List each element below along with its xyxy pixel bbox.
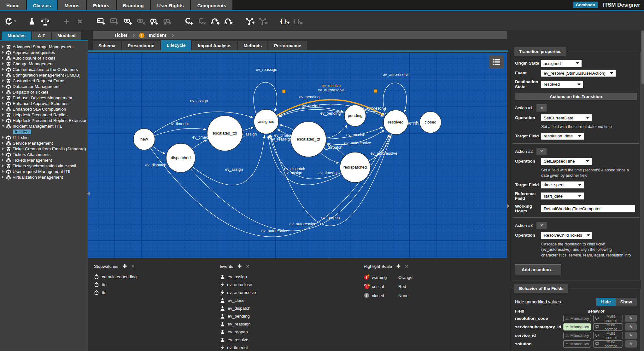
- sidebar-item-end-user-devices-management[interactable]: End-user Devices Management: [2, 95, 88, 101]
- delete-stopwatch-icon[interactable]: ✕: [131, 264, 135, 269]
- sidebar-item-change-management[interactable]: Change Management: [2, 61, 88, 66]
- edit-pencil-button[interactable]: ✎: [625, 315, 637, 322]
- edit-pencil-button[interactable]: ✎: [625, 323, 637, 331]
- add-action-button[interactable]: Add an action...: [515, 264, 561, 275]
- sidebar-item-enhanced-sla-computation[interactable]: Enhanced SLA Computation: [2, 106, 88, 112]
- scrollbar-thumb[interactable]: [641, 31, 644, 84]
- edit-pencil-button[interactable]: ✎: [625, 340, 637, 348]
- collapsed-arrow-icon[interactable]: [2, 164, 4, 167]
- collapse-sidebar-handle[interactable]: [87, 192, 90, 195]
- menu-tab-components[interactable]: Components: [191, 0, 233, 10]
- tab-impact-analysis[interactable]: Impact Analysis: [192, 41, 237, 50]
- delete-highlight-icon[interactable]: ✕: [405, 264, 408, 269]
- sidebar-tab-modules[interactable]: Modules: [2, 32, 31, 40]
- collapsed-arrow-icon[interactable]: [2, 45, 4, 48]
- sidebar-item-itil-skin[interactable]: ITIL skin: [2, 135, 88, 140]
- mandatory-button[interactable]: ⚠Mandatory: [563, 332, 591, 339]
- edit-pencil-button[interactable]: ✎: [625, 332, 637, 339]
- add-stopwatch-icon[interactable]: ✚: [123, 263, 127, 269]
- collapsed-arrow-icon[interactable]: [2, 57, 4, 59]
- must-prompt-button[interactable]: Must prompt: [593, 332, 623, 339]
- collapsed-arrow-icon[interactable]: [2, 170, 4, 173]
- show-button[interactable]: Show: [616, 298, 637, 306]
- stopwatch-item-cumulatedpending[interactable]: cumulatedpending: [94, 273, 220, 281]
- collapsed-arrow-icon[interactable]: [2, 159, 4, 161]
- event-item-ev_timeout[interactable]: ev_timeout: [220, 344, 364, 351]
- menu-tab-branding[interactable]: Branding: [117, 0, 150, 10]
- tab-performance[interactable]: Performance: [268, 41, 307, 50]
- expanded-arrow-icon[interactable]: [2, 125, 4, 127]
- sidebar-item-tickets-management[interactable]: Tickets Management: [2, 157, 88, 163]
- sidebar-item-user-request-management-itil[interactable]: User request Management ITIL: [2, 169, 88, 174]
- collapsed-arrow-icon[interactable]: [2, 68, 4, 71]
- target-field-select[interactable]: resolution_date: [541, 133, 584, 140]
- collapsed-arrow-icon[interactable]: [2, 79, 4, 82]
- test-flask-icon[interactable]: [25, 14, 38, 29]
- collapsed-arrow-icon[interactable]: [2, 91, 4, 93]
- sidebar-item-helpdesk-precanned-replies-extension[interactable]: Helpdesk Precanned Replies Extension: [2, 118, 88, 123]
- sidebar-tab-a-z[interactable]: A-Z: [32, 32, 51, 40]
- collapsed-arrow-icon[interactable]: [2, 119, 4, 122]
- must-prompt-button[interactable]: Must prompt: [593, 340, 623, 348]
- sidebar-item-approval-prerequisites[interactable]: Approval prerequisites: [2, 49, 88, 55]
- list-view-button[interactable]: [489, 55, 504, 69]
- sidebar-item-customized-request-forms[interactable]: Customized Request Forms: [2, 78, 88, 83]
- add-linkset-icon[interactable]: [148, 14, 161, 29]
- add-event-icon[interactable]: ✚: [237, 263, 242, 269]
- event-item-ev_autoclose[interactable]: ev_autoclose: [220, 281, 364, 289]
- collapsed-arrow-icon[interactable]: [2, 147, 4, 150]
- collapsed-arrow-icon[interactable]: [2, 142, 4, 144]
- event-item-ev_close[interactable]: ev_close: [220, 296, 364, 304]
- sidebar-item-advanced-storage-management[interactable]: Advanced Storage Management: [2, 44, 88, 49]
- stopwatch-item-ttr[interactable]: ttr: [94, 289, 220, 296]
- add-lifecycle-icon[interactable]: [209, 14, 222, 29]
- collapsed-arrow-icon[interactable]: [2, 113, 4, 116]
- collapsed-arrow-icon[interactable]: [2, 74, 4, 76]
- must-prompt-button[interactable]: Must prompt: [593, 323, 623, 331]
- event-select[interactable]: ev_resolve (StimulusUserAction): [541, 70, 616, 77]
- event-item-ev_assign[interactable]: ev_assign: [220, 273, 364, 281]
- add-link-icon[interactable]: [121, 14, 134, 29]
- highlight-row-closed[interactable]: !closedNone: [364, 291, 499, 300]
- event-item-ev_reopen[interactable]: ev_reopen: [220, 328, 364, 336]
- add-stimulus-icon[interactable]: [182, 14, 196, 29]
- sidebar-item-helpdesk-precanned-replies[interactable]: Helpdesk Precanned Replies: [2, 112, 88, 118]
- target-field-select[interactable]: time_spent: [541, 181, 584, 188]
- compare-scales-icon[interactable]: [38, 14, 52, 29]
- sidebar-item-configuration-management-cmdb-[interactable]: Configuration Management (CMDB): [2, 72, 88, 78]
- add-relation-icon[interactable]: [243, 14, 257, 29]
- sidebar-item-virtualization-management[interactable]: Virtualization Management: [2, 174, 88, 180]
- collapsed-arrow-icon[interactable]: [2, 176, 4, 178]
- sidebar-item-incident-management-itil[interactable]: Incident Management ITIL: [2, 123, 88, 129]
- menu-tab-menus[interactable]: Menus: [58, 0, 86, 10]
- mandatory-button[interactable]: ⚠Mandatory: [563, 315, 591, 322]
- sidebar-item-enhanced-approval-schemes[interactable]: Enhanced Approval Schemes: [2, 101, 88, 106]
- remove-action-button[interactable]: ✕: [536, 148, 547, 155]
- mandatory-button[interactable]: ⚠Mandatory: [563, 323, 591, 331]
- sidebar-item-auto-closure-of-tickets[interactable]: Auto closure of Tickets: [2, 55, 88, 61]
- operation-select[interactable]: ResolveChildTickets: [541, 232, 592, 239]
- event-item-ev_autoresolve[interactable]: ev_autoresolve: [220, 289, 364, 296]
- breadcrumb-item-ticket[interactable]: Ticket: [114, 33, 127, 38]
- undo-icon[interactable]: [4, 14, 17, 29]
- event-item-ev_resolve[interactable]: ev_resolve: [220, 336, 364, 344]
- must-prompt-button[interactable]: Must prompt: [593, 315, 623, 322]
- remove-action-button[interactable]: ✕: [536, 222, 547, 229]
- collapsed-arrow-icon[interactable]: [2, 96, 4, 99]
- event-item-ev_dispatch[interactable]: ev_dispatch: [220, 304, 364, 312]
- tab-schema[interactable]: Schema: [93, 41, 121, 50]
- tab-lifecycle[interactable]: Lifecycle: [161, 40, 191, 50]
- event-item-ev_reassign[interactable]: ev_reassign: [220, 320, 364, 328]
- collapsed-arrow-icon[interactable]: [2, 153, 4, 156]
- sidebar-item-communications-to-the-customers[interactable]: Communications to the Customers: [2, 66, 88, 72]
- highlight-row-critical[interactable]: !criticalRed: [364, 282, 499, 291]
- breadcrumb-item-incident[interactable]: Incident: [149, 33, 167, 38]
- lifecycle-canvas[interactable]: new dispatched escalated_tto assigned es…: [88, 53, 507, 258]
- sidebar-item-incident[interactable]: Incident: [2, 129, 88, 135]
- collapsed-arrow-icon[interactable]: [2, 62, 4, 65]
- hide-button[interactable]: Hide: [596, 298, 615, 306]
- reference-field-select[interactable]: start_date: [541, 193, 584, 199]
- sidebar-item-tickets-synchronization-via-e-mail[interactable]: Tickets synchronization via e-mail: [2, 163, 88, 169]
- delete-event-icon[interactable]: ✕: [246, 264, 249, 269]
- highlight-row-warning[interactable]: !warningOrange: [364, 273, 499, 282]
